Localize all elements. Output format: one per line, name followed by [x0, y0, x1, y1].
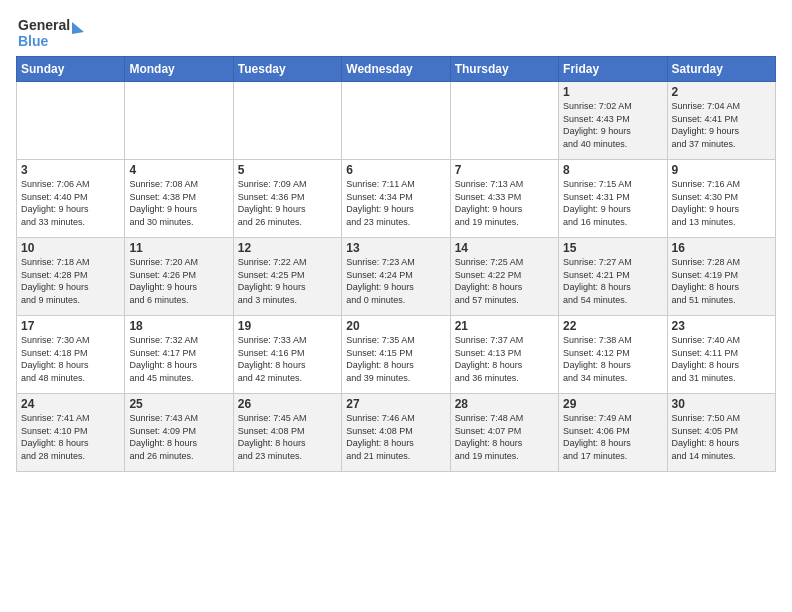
svg-marker-2: [72, 22, 84, 34]
day-info: Sunrise: 7:02 AM Sunset: 4:43 PM Dayligh…: [563, 100, 662, 150]
day-info: Sunrise: 7:50 AM Sunset: 4:05 PM Dayligh…: [672, 412, 771, 462]
day-info: Sunrise: 7:35 AM Sunset: 4:15 PM Dayligh…: [346, 334, 445, 384]
day-cell: 29Sunrise: 7:49 AM Sunset: 4:06 PM Dayli…: [559, 394, 667, 472]
day-cell: [233, 82, 341, 160]
day-number: 14: [455, 241, 554, 255]
logo-svg: GeneralBlue: [16, 12, 86, 52]
day-number: 2: [672, 85, 771, 99]
calendar-table: SundayMondayTuesdayWednesdayThursdayFrid…: [16, 56, 776, 472]
day-number: 26: [238, 397, 337, 411]
col-header-tuesday: Tuesday: [233, 57, 341, 82]
day-cell: 14Sunrise: 7:25 AM Sunset: 4:22 PM Dayli…: [450, 238, 558, 316]
day-info: Sunrise: 7:15 AM Sunset: 4:31 PM Dayligh…: [563, 178, 662, 228]
day-info: Sunrise: 7:09 AM Sunset: 4:36 PM Dayligh…: [238, 178, 337, 228]
day-info: Sunrise: 7:33 AM Sunset: 4:16 PM Dayligh…: [238, 334, 337, 384]
day-cell: 17Sunrise: 7:30 AM Sunset: 4:18 PM Dayli…: [17, 316, 125, 394]
day-cell: 24Sunrise: 7:41 AM Sunset: 4:10 PM Dayli…: [17, 394, 125, 472]
day-info: Sunrise: 7:37 AM Sunset: 4:13 PM Dayligh…: [455, 334, 554, 384]
day-number: 7: [455, 163, 554, 177]
day-cell: 1Sunrise: 7:02 AM Sunset: 4:43 PM Daylig…: [559, 82, 667, 160]
day-cell: 4Sunrise: 7:08 AM Sunset: 4:38 PM Daylig…: [125, 160, 233, 238]
day-info: Sunrise: 7:11 AM Sunset: 4:34 PM Dayligh…: [346, 178, 445, 228]
day-cell: [342, 82, 450, 160]
day-info: Sunrise: 7:46 AM Sunset: 4:08 PM Dayligh…: [346, 412, 445, 462]
day-cell: 5Sunrise: 7:09 AM Sunset: 4:36 PM Daylig…: [233, 160, 341, 238]
day-info: Sunrise: 7:45 AM Sunset: 4:08 PM Dayligh…: [238, 412, 337, 462]
day-info: Sunrise: 7:43 AM Sunset: 4:09 PM Dayligh…: [129, 412, 228, 462]
day-number: 27: [346, 397, 445, 411]
col-header-monday: Monday: [125, 57, 233, 82]
day-cell: [125, 82, 233, 160]
col-header-friday: Friday: [559, 57, 667, 82]
day-number: 23: [672, 319, 771, 333]
day-number: 5: [238, 163, 337, 177]
week-row-3: 10Sunrise: 7:18 AM Sunset: 4:28 PM Dayli…: [17, 238, 776, 316]
col-header-wednesday: Wednesday: [342, 57, 450, 82]
day-number: 9: [672, 163, 771, 177]
day-cell: 21Sunrise: 7:37 AM Sunset: 4:13 PM Dayli…: [450, 316, 558, 394]
day-cell: 11Sunrise: 7:20 AM Sunset: 4:26 PM Dayli…: [125, 238, 233, 316]
day-number: 20: [346, 319, 445, 333]
day-number: 4: [129, 163, 228, 177]
day-info: Sunrise: 7:04 AM Sunset: 4:41 PM Dayligh…: [672, 100, 771, 150]
week-row-1: 1Sunrise: 7:02 AM Sunset: 4:43 PM Daylig…: [17, 82, 776, 160]
day-cell: 25Sunrise: 7:43 AM Sunset: 4:09 PM Dayli…: [125, 394, 233, 472]
col-header-sunday: Sunday: [17, 57, 125, 82]
day-info: Sunrise: 7:06 AM Sunset: 4:40 PM Dayligh…: [21, 178, 120, 228]
day-info: Sunrise: 7:40 AM Sunset: 4:11 PM Dayligh…: [672, 334, 771, 384]
day-number: 15: [563, 241, 662, 255]
day-number: 25: [129, 397, 228, 411]
day-number: 24: [21, 397, 120, 411]
day-number: 10: [21, 241, 120, 255]
day-info: Sunrise: 7:13 AM Sunset: 4:33 PM Dayligh…: [455, 178, 554, 228]
day-info: Sunrise: 7:18 AM Sunset: 4:28 PM Dayligh…: [21, 256, 120, 306]
day-number: 18: [129, 319, 228, 333]
day-cell: [450, 82, 558, 160]
day-number: 29: [563, 397, 662, 411]
day-cell: 23Sunrise: 7:40 AM Sunset: 4:11 PM Dayli…: [667, 316, 775, 394]
day-number: 21: [455, 319, 554, 333]
day-number: 19: [238, 319, 337, 333]
day-info: Sunrise: 7:48 AM Sunset: 4:07 PM Dayligh…: [455, 412, 554, 462]
day-cell: 18Sunrise: 7:32 AM Sunset: 4:17 PM Dayli…: [125, 316, 233, 394]
day-info: Sunrise: 7:25 AM Sunset: 4:22 PM Dayligh…: [455, 256, 554, 306]
day-info: Sunrise: 7:38 AM Sunset: 4:12 PM Dayligh…: [563, 334, 662, 384]
day-number: 8: [563, 163, 662, 177]
day-cell: 19Sunrise: 7:33 AM Sunset: 4:16 PM Dayli…: [233, 316, 341, 394]
header-area: GeneralBlue: [16, 12, 776, 52]
header-row: SundayMondayTuesdayWednesdayThursdayFrid…: [17, 57, 776, 82]
day-cell: 15Sunrise: 7:27 AM Sunset: 4:21 PM Dayli…: [559, 238, 667, 316]
page: GeneralBlue SundayMondayTuesdayWednesday…: [0, 0, 792, 480]
week-row-4: 17Sunrise: 7:30 AM Sunset: 4:18 PM Dayli…: [17, 316, 776, 394]
week-row-2: 3Sunrise: 7:06 AM Sunset: 4:40 PM Daylig…: [17, 160, 776, 238]
day-cell: 22Sunrise: 7:38 AM Sunset: 4:12 PM Dayli…: [559, 316, 667, 394]
day-info: Sunrise: 7:22 AM Sunset: 4:25 PM Dayligh…: [238, 256, 337, 306]
day-info: Sunrise: 7:08 AM Sunset: 4:38 PM Dayligh…: [129, 178, 228, 228]
day-cell: 30Sunrise: 7:50 AM Sunset: 4:05 PM Dayli…: [667, 394, 775, 472]
day-info: Sunrise: 7:32 AM Sunset: 4:17 PM Dayligh…: [129, 334, 228, 384]
day-info: Sunrise: 7:28 AM Sunset: 4:19 PM Dayligh…: [672, 256, 771, 306]
day-cell: 9Sunrise: 7:16 AM Sunset: 4:30 PM Daylig…: [667, 160, 775, 238]
day-number: 30: [672, 397, 771, 411]
day-cell: 16Sunrise: 7:28 AM Sunset: 4:19 PM Dayli…: [667, 238, 775, 316]
day-number: 16: [672, 241, 771, 255]
svg-text:Blue: Blue: [18, 33, 49, 49]
day-number: 17: [21, 319, 120, 333]
col-header-thursday: Thursday: [450, 57, 558, 82]
day-cell: 6Sunrise: 7:11 AM Sunset: 4:34 PM Daylig…: [342, 160, 450, 238]
col-header-saturday: Saturday: [667, 57, 775, 82]
day-cell: 26Sunrise: 7:45 AM Sunset: 4:08 PM Dayli…: [233, 394, 341, 472]
day-number: 6: [346, 163, 445, 177]
day-cell: 3Sunrise: 7:06 AM Sunset: 4:40 PM Daylig…: [17, 160, 125, 238]
day-cell: 27Sunrise: 7:46 AM Sunset: 4:08 PM Dayli…: [342, 394, 450, 472]
day-info: Sunrise: 7:30 AM Sunset: 4:18 PM Dayligh…: [21, 334, 120, 384]
day-cell: 10Sunrise: 7:18 AM Sunset: 4:28 PM Dayli…: [17, 238, 125, 316]
day-info: Sunrise: 7:23 AM Sunset: 4:24 PM Dayligh…: [346, 256, 445, 306]
day-cell: 13Sunrise: 7:23 AM Sunset: 4:24 PM Dayli…: [342, 238, 450, 316]
day-cell: [17, 82, 125, 160]
day-number: 1: [563, 85, 662, 99]
day-cell: 28Sunrise: 7:48 AM Sunset: 4:07 PM Dayli…: [450, 394, 558, 472]
logo: GeneralBlue: [16, 12, 86, 52]
day-info: Sunrise: 7:27 AM Sunset: 4:21 PM Dayligh…: [563, 256, 662, 306]
day-cell: 7Sunrise: 7:13 AM Sunset: 4:33 PM Daylig…: [450, 160, 558, 238]
